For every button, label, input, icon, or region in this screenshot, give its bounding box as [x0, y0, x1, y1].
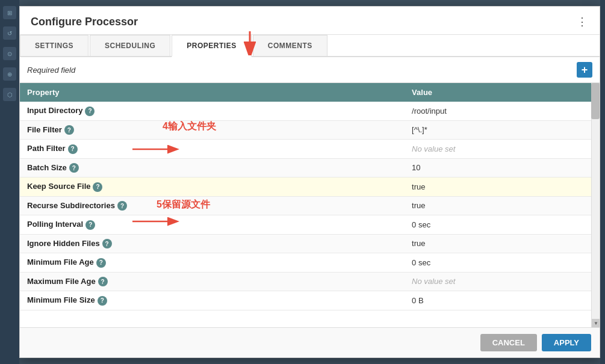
property-name: Path Filter	[27, 144, 66, 153]
property-value: true	[405, 196, 600, 215]
tab-scheduling[interactable]: SCHEDULING	[90, 35, 170, 56]
apply-button[interactable]: APPLY	[542, 334, 591, 351]
property-value: 0 sec	[405, 215, 600, 235]
property-value: No value set	[405, 272, 600, 291]
scrollbar-thumb[interactable]	[591, 83, 600, 119]
table-header-row: Property Value	[20, 83, 600, 102]
right-sidebar	[600, 0, 605, 364]
property-value: 0 sec	[405, 253, 600, 273]
table-row[interactable]: File Filter?[^\.]*	[20, 120, 600, 140]
tabs-bar: SETTINGS SCHEDULING PROPERTIES COMMENTS	[20, 35, 600, 57]
table-row[interactable]: Keep Source File?true	[20, 177, 600, 197]
help-icon[interactable]: ?	[68, 144, 78, 154]
property-value: /root/input	[405, 102, 600, 120]
tab-settings[interactable]: SETTINGS	[20, 35, 88, 56]
add-property-button[interactable]: +	[577, 62, 592, 78]
property-value: true	[405, 234, 600, 253]
tab-comments[interactable]: COMMENTS	[253, 35, 327, 56]
property-name: Minimum File Size	[27, 295, 95, 304]
properties-table-wrapper: Property Value Input Directory?/root/inp…	[20, 83, 600, 327]
property-name: Recurse Subdirectories	[27, 201, 115, 210]
cancel-button[interactable]: CANCEL	[480, 334, 537, 351]
scrollbar-track[interactable]: ▲ ▼	[591, 83, 600, 327]
table-row[interactable]: Minimum File Size?0 B	[20, 291, 600, 310]
property-name: Ignore Hidden Files	[27, 239, 100, 248]
property-column-header: Property	[20, 83, 405, 102]
property-name: Polling Interval	[27, 220, 83, 229]
value-column-header: Value	[405, 83, 600, 102]
help-icon[interactable]: ?	[98, 277, 108, 286]
help-icon[interactable]: ?	[69, 163, 79, 173]
help-icon[interactable]: ?	[98, 296, 107, 306]
table-body: Input Directory?/root/inputFile Filter?[…	[20, 102, 600, 310]
sidebar-icon-4[interactable]: ⊕	[3, 67, 16, 81]
property-value: 10	[405, 158, 600, 177]
table-row[interactable]: Maximum File Age?No value set	[20, 272, 600, 291]
sidebar-icon-1[interactable]: ⊞	[3, 6, 16, 19]
help-icon[interactable]: ?	[85, 106, 95, 116]
dialog-header: Configure Processor ⋮	[20, 7, 600, 35]
dialog-title: Configure Processor	[31, 16, 138, 28]
tab-properties[interactable]: PROPERTIES	[172, 35, 251, 57]
dialog-menu-icon[interactable]: ⋮	[577, 15, 589, 28]
required-field-label: Required field	[27, 66, 75, 75]
sidebar-icon-2[interactable]: ↺	[3, 26, 16, 40]
sidebar-icon-3[interactable]: ⊙	[3, 47, 16, 60]
required-field-bar: Required field +	[20, 57, 600, 83]
help-icon[interactable]: ?	[93, 182, 102, 192]
help-icon[interactable]: ?	[96, 258, 106, 268]
properties-table: Property Value Input Directory?/root/inp…	[20, 83, 600, 310]
property-name: Maximum File Age	[27, 277, 96, 286]
property-name: Batch Size	[27, 163, 67, 172]
property-name: Input Directory	[27, 106, 82, 115]
help-icon[interactable]: ?	[64, 125, 74, 135]
properties-content: Required field + Property Value Input Di…	[20, 57, 600, 327]
property-name: Minimum File Age	[27, 258, 94, 267]
property-value: 0 B	[405, 291, 600, 310]
property-name: Keep Source File	[27, 182, 90, 191]
table-row[interactable]: Ignore Hidden Files?true	[20, 234, 600, 253]
left-sidebar: ⊞ ↺ ⊙ ⊕ ⬡	[0, 0, 19, 364]
table-row[interactable]: Path Filter?No value set	[20, 140, 600, 159]
property-name: File Filter	[27, 125, 62, 134]
dialog-footer: CANCEL APPLY	[20, 327, 600, 357]
property-value: [^\.]*	[405, 120, 600, 140]
table-row[interactable]: Batch Size?10	[20, 158, 600, 177]
help-icon[interactable]: ?	[117, 201, 127, 211]
table-row[interactable]: Minimum File Age?0 sec	[20, 253, 600, 273]
sidebar-icon-5[interactable]: ⬡	[3, 88, 16, 101]
property-value: No value set	[405, 140, 600, 159]
table-row[interactable]: Recurse Subdirectories?true	[20, 196, 600, 215]
table-row[interactable]: Polling Interval?0 sec	[20, 215, 600, 235]
table-row[interactable]: Input Directory?/root/input	[20, 102, 600, 120]
property-value: true	[405, 177, 600, 197]
help-icon[interactable]: ?	[85, 220, 95, 230]
configure-processor-dialog: Configure Processor ⋮ SETTINGS SCHEDULIN…	[19, 6, 600, 358]
help-icon[interactable]: ?	[102, 239, 112, 248]
scrollbar-arrow-down[interactable]: ▼	[592, 319, 600, 327]
